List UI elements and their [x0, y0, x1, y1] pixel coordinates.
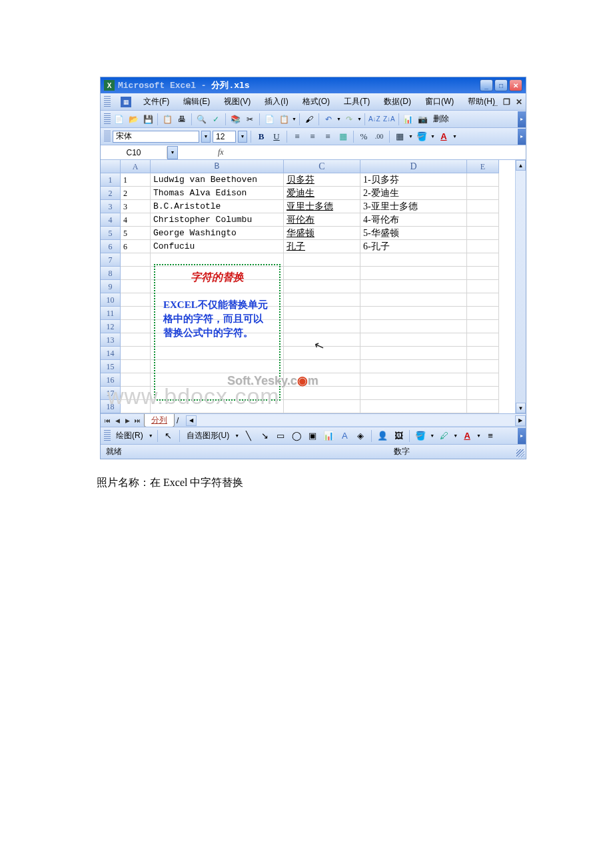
- col-header-a[interactable]: A: [121, 160, 151, 173]
- sort-asc-icon[interactable]: A↓Z: [368, 113, 381, 126]
- line-icon[interactable]: ╲: [242, 429, 255, 443]
- menu-window[interactable]: 窗口(W): [423, 95, 456, 109]
- cell[interactable]: [467, 187, 499, 200]
- scroll-left-icon[interactable]: ◀: [186, 415, 197, 426]
- cell[interactable]: [360, 293, 467, 307]
- cell[interactable]: [284, 333, 360, 347]
- doc-minimize[interactable]: _: [493, 97, 498, 107]
- cell[interactable]: [284, 373, 360, 387]
- cell[interactable]: 1-贝多芬: [360, 173, 467, 187]
- new-icon[interactable]: 📄: [112, 113, 125, 126]
- open-icon[interactable]: 📂: [127, 113, 140, 126]
- line-style-icon[interactable]: ≡: [484, 429, 497, 443]
- menu-data[interactable]: 数据(D): [382, 95, 413, 109]
- cell[interactable]: [360, 333, 467, 347]
- cell[interactable]: [467, 320, 499, 333]
- menu-format[interactable]: 格式(O): [301, 95, 332, 109]
- cell[interactable]: [284, 267, 360, 280]
- toolbar-expand-icon[interactable]: ▸: [518, 111, 526, 127]
- doc-restore[interactable]: ❐: [503, 97, 510, 107]
- autoshapes-dropdown[interactable]: ▼: [235, 433, 239, 438]
- cell[interactable]: [121, 400, 151, 413]
- resize-grip-icon[interactable]: [516, 449, 524, 457]
- row-header[interactable]: 12: [101, 320, 121, 333]
- fill-color-draw-icon[interactable]: 🪣: [414, 429, 427, 443]
- cell[interactable]: B.C.Aristotle: [151, 200, 284, 213]
- save-icon[interactable]: 💾: [141, 113, 155, 126]
- vertical-scrollbar[interactable]: ▲ ▼: [515, 160, 526, 413]
- name-box[interactable]: C10: [101, 147, 167, 159]
- control-menu-icon[interactable]: ▦: [121, 97, 131, 107]
- cell[interactable]: [151, 333, 284, 347]
- cell[interactable]: [467, 253, 499, 267]
- row-header[interactable]: 18: [101, 400, 121, 413]
- tab-last-icon[interactable]: ⏭: [133, 415, 142, 426]
- cell[interactable]: [360, 387, 467, 400]
- cell[interactable]: Ludwig van Beethoven: [151, 173, 284, 187]
- toolbar-grip[interactable]: [104, 113, 111, 125]
- font-name-select[interactable]: 宋体: [113, 131, 199, 143]
- chart-icon[interactable]: 📊: [402, 113, 415, 126]
- permission-icon[interactable]: 📋: [161, 113, 174, 126]
- doc-close[interactable]: ✕: [516, 97, 522, 107]
- cell[interactable]: [121, 267, 151, 280]
- cell[interactable]: 5-华盛顿: [360, 227, 467, 240]
- scroll-up-icon[interactable]: ▲: [516, 160, 526, 171]
- cell[interactable]: [151, 387, 284, 400]
- tab-prev-icon[interactable]: ◀: [113, 415, 122, 426]
- menu-tools[interactable]: 工具(T): [342, 95, 372, 109]
- cell[interactable]: [467, 307, 499, 320]
- scroll-right-icon[interactable]: ▶: [515, 415, 526, 426]
- sheet-tab[interactable]: 分列: [144, 414, 175, 427]
- cell[interactable]: [360, 307, 467, 320]
- oval-icon[interactable]: ◯: [290, 429, 303, 443]
- row-header[interactable]: 16: [101, 373, 121, 387]
- picture-icon[interactable]: 🖼: [392, 429, 405, 443]
- font-size-select[interactable]: 12: [213, 131, 236, 143]
- cell[interactable]: [360, 320, 467, 333]
- cell[interactable]: [121, 253, 151, 267]
- cell[interactable]: [360, 400, 467, 413]
- textbox-icon[interactable]: ▣: [306, 429, 319, 443]
- sort-desc-icon[interactable]: Z↓A: [382, 113, 396, 126]
- row-header[interactable]: 13: [101, 333, 121, 347]
- align-center-icon[interactable]: ≡: [306, 130, 319, 143]
- arrow-icon[interactable]: ↘: [258, 429, 271, 443]
- drawing-expand-icon[interactable]: ▸: [518, 428, 526, 444]
- redo-icon[interactable]: ↷: [342, 113, 356, 126]
- redo-dropdown[interactable]: ▼: [357, 117, 362, 121]
- cell[interactable]: 3-亚里士多德: [360, 200, 467, 213]
- print-preview-icon[interactable]: 🔍: [195, 113, 208, 126]
- col-header-b[interactable]: B: [151, 160, 284, 173]
- cell[interactable]: [467, 227, 499, 240]
- cell[interactable]: [467, 333, 499, 347]
- row-header[interactable]: 3: [101, 200, 121, 213]
- cell[interactable]: [121, 347, 151, 360]
- row-header[interactable]: 17: [101, 387, 121, 400]
- font-color-icon[interactable]: A: [437, 130, 450, 143]
- paste-dropdown[interactable]: ▼: [292, 117, 297, 121]
- align-right-icon[interactable]: ≡: [321, 130, 334, 143]
- cell[interactable]: [151, 307, 284, 320]
- col-header-c[interactable]: C: [284, 160, 360, 173]
- cell[interactable]: [467, 280, 499, 293]
- maximize-button[interactable]: □: [494, 79, 508, 91]
- increase-decimal-icon[interactable]: .00: [372, 130, 386, 143]
- cell[interactable]: [360, 267, 467, 280]
- cell[interactable]: [151, 293, 284, 307]
- paste-icon[interactable]: 📋: [277, 113, 291, 126]
- cell[interactable]: [121, 387, 151, 400]
- cell[interactable]: 亚里士多德: [284, 200, 360, 213]
- cell[interactable]: George Washingto: [151, 227, 284, 240]
- cell[interactable]: [467, 360, 499, 373]
- row-header[interactable]: 15: [101, 360, 121, 373]
- rectangle-icon[interactable]: ▭: [274, 429, 287, 443]
- cell[interactable]: [121, 320, 151, 333]
- cell[interactable]: [467, 240, 499, 253]
- cell[interactable]: [151, 360, 284, 373]
- menu-file[interactable]: 文件(F): [141, 95, 171, 109]
- cell[interactable]: 6: [121, 240, 151, 253]
- horizontal-scrollbar[interactable]: ◀ ▶: [186, 415, 526, 426]
- font-color-dropdown[interactable]: ▼: [452, 134, 457, 139]
- undo-dropdown[interactable]: ▼: [336, 117, 341, 121]
